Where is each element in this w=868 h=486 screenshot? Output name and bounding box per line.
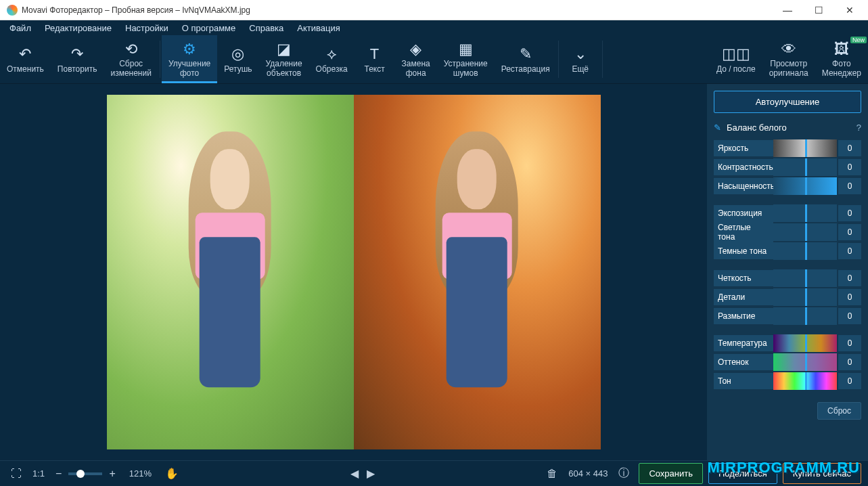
contrast-slider[interactable]: Контрастность0 xyxy=(714,158,861,176)
blur-slider[interactable]: Размытие0 xyxy=(714,307,861,325)
eraser-icon: ◪ xyxy=(277,41,291,58)
new-badge: New xyxy=(850,37,867,43)
more-button[interactable]: ⌄Ещё xyxy=(560,35,601,83)
restore-icon: ✎ xyxy=(520,45,532,63)
crop-tool[interactable]: ⟡Обрезка xyxy=(309,35,355,83)
image-dimensions: 604 × 443 xyxy=(568,468,608,479)
noise-icon: ▦ xyxy=(459,41,473,58)
brightness-slider[interactable]: Яркость0 xyxy=(714,139,861,157)
auto-enhance-button[interactable]: Автоулучшение xyxy=(714,91,861,113)
reset-button[interactable]: Сброс xyxy=(817,402,861,420)
temperature-slider[interactable]: Температура0 xyxy=(714,334,861,352)
target-icon: ◎ xyxy=(231,45,244,63)
help-icon[interactable]: ? xyxy=(856,123,861,133)
menu-about[interactable]: О программе xyxy=(175,22,243,35)
eyedropper-icon[interactable]: ✎ xyxy=(714,123,721,133)
saturation-slider[interactable]: Насыщенность0 xyxy=(714,177,861,195)
reset-changes-button[interactable]: ⟲Сбросизменений xyxy=(104,35,158,83)
restore-tool[interactable]: ✎Реставрация xyxy=(495,35,557,83)
undo-icon: ↶ xyxy=(19,45,31,63)
menu-file[interactable]: Файл xyxy=(3,22,38,35)
workspace: Автоулучшение ✎ Баланс белого ? Яркость0… xyxy=(0,84,868,460)
image-before xyxy=(107,95,354,449)
app-icon xyxy=(7,5,18,16)
zoom-ratio[interactable]: 1:1 xyxy=(32,468,45,479)
fullscreen-icon[interactable]: ⛶ xyxy=(7,465,26,483)
before-after-button[interactable]: ◫◫До / после xyxy=(710,35,762,83)
white-balance-label: Баланс белого xyxy=(727,123,787,133)
text-icon: T xyxy=(370,45,379,63)
chevron-down-icon: ⌄ xyxy=(574,45,587,63)
redo-button[interactable]: ↷Повторить xyxy=(51,35,104,83)
image-after xyxy=(354,95,601,449)
compare-icon: ◫◫ xyxy=(722,45,750,63)
shadows-slider[interactable]: Темные тона0 xyxy=(714,242,861,260)
canvas-area[interactable] xyxy=(0,84,707,460)
background-icon: ◈ xyxy=(410,41,421,58)
zoom-out-icon[interactable]: − xyxy=(51,465,66,483)
menu-settings[interactable]: Настройки xyxy=(118,22,175,35)
view-original-button[interactable]: 👁Просмотроригинала xyxy=(762,35,815,83)
details-slider[interactable]: Детали0 xyxy=(714,288,861,306)
image-compare xyxy=(107,95,601,449)
statusbar: ⛶ 1:1 − + 121% ✋ ◀ ▶ 🗑 604 × 443 ⓘ Сохра… xyxy=(0,460,868,486)
text-tool[interactable]: TТекст xyxy=(355,35,395,83)
adjust-panel: Автоулучшение ✎ Баланс белого ? Яркость0… xyxy=(707,84,868,460)
save-button[interactable]: Сохранить xyxy=(639,463,703,484)
toolbar: ↶Отменить ↷Повторить ⟲Сбросизменений ⚙Ул… xyxy=(0,35,868,84)
minimize-button[interactable]: — xyxy=(772,0,803,20)
pan-icon[interactable]: ✋ xyxy=(161,464,183,483)
maximize-button[interactable]: ☐ xyxy=(803,0,834,20)
tint-slider[interactable]: Оттенок0 xyxy=(714,353,861,371)
zoom-slider[interactable] xyxy=(68,472,102,475)
white-balance-row: ✎ Баланс белого ? xyxy=(714,123,861,133)
close-button[interactable]: ✕ xyxy=(834,0,865,20)
remove-objects-tool[interactable]: ◪Удалениеобъектов xyxy=(259,35,309,83)
retouch-tool[interactable]: ◎Ретушь xyxy=(217,35,258,83)
background-tool[interactable]: ◈Заменафона xyxy=(395,35,437,83)
trash-icon[interactable]: 🗑 xyxy=(543,465,562,483)
zoom-value: 121% xyxy=(129,468,152,479)
photo-manager-button[interactable]: New🖼ФотоМенеджер xyxy=(815,35,868,83)
sharpness-slider[interactable]: Четкость0 xyxy=(714,269,861,287)
crop-icon: ⟡ xyxy=(327,45,337,63)
redo-icon: ↷ xyxy=(71,45,83,63)
noise-tool[interactable]: ▦Устранениешумов xyxy=(437,35,495,83)
eye-icon: 👁 xyxy=(781,41,796,58)
sliders-icon: ⚙ xyxy=(183,41,196,58)
hue-slider[interactable]: Тон0 xyxy=(714,372,861,390)
prev-icon[interactable]: ◀ xyxy=(346,464,363,483)
menu-edit[interactable]: Редактирование xyxy=(38,22,118,35)
share-button[interactable]: Поделиться xyxy=(708,463,777,484)
reset-icon: ⟲ xyxy=(125,41,137,58)
highlights-slider[interactable]: Светлые тона0 xyxy=(714,223,861,241)
undo-button[interactable]: ↶Отменить xyxy=(0,35,51,83)
next-icon[interactable]: ▶ xyxy=(363,464,379,483)
info-icon[interactable]: ⓘ xyxy=(614,464,633,483)
enhance-tool[interactable]: ⚙Улучшениефото xyxy=(162,35,217,83)
menu-activation[interactable]: Активация xyxy=(290,22,346,35)
menu-help[interactable]: Справка xyxy=(242,22,290,35)
zoom-in-icon[interactable]: + xyxy=(105,465,119,483)
titlebar: Movavi Фоторедактор – Пробная версия – I… xyxy=(0,0,868,20)
gallery-icon: 🖼 xyxy=(834,41,849,58)
window-title: Movavi Фоторедактор – Пробная версия – I… xyxy=(22,5,772,15)
buy-button[interactable]: Купить сейчас xyxy=(783,463,861,484)
menubar: Файл Редактирование Настройки О программ… xyxy=(0,20,868,35)
